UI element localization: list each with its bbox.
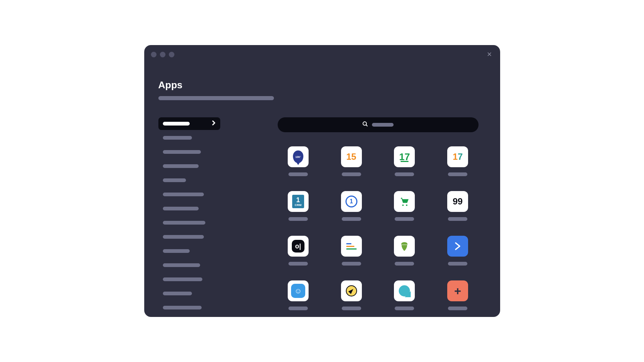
app-tile-aircall[interactable] (389, 280, 420, 310)
app-tile-activecampaign[interactable] (442, 236, 473, 266)
app-tile-compass[interactable] (336, 280, 367, 310)
main-row: 10K'1517171CRM199o|☺+ (158, 117, 479, 315)
close-button[interactable]: × (486, 49, 493, 60)
sidebar (158, 117, 278, 315)
1password-icon: 1 (341, 191, 362, 212)
svg-point-0 (363, 122, 366, 125)
sidebar-item-13[interactable] (158, 301, 220, 314)
search-placeholder (372, 123, 394, 127)
sidebar-item-5[interactable] (158, 188, 220, 201)
search-icon (362, 121, 368, 128)
traffic-min[interactable] (160, 52, 165, 57)
sidebar-item-label (163, 292, 192, 295)
addthis-icon: + (447, 280, 468, 301)
15five-icon: 15 (341, 146, 362, 167)
compass-icon (341, 280, 362, 301)
app-tile-addthis[interactable]: + (442, 280, 473, 310)
sidebar-item-0[interactable] (158, 117, 220, 130)
sidebar-item-label (163, 277, 202, 281)
sidebar-item-label (163, 263, 200, 267)
acorn-icon (394, 236, 415, 257)
sidebar-item-8[interactable] (158, 231, 220, 243)
app-label (448, 217, 467, 221)
sidebar-item-11[interactable] (158, 273, 220, 286)
titlebar: × (144, 45, 500, 64)
sidebar-item-9[interactable] (158, 245, 220, 257)
app-tile-1password[interactable]: 1 (336, 191, 367, 221)
17hats-green-icon: 17 (394, 146, 415, 167)
sidebar-item-label (163, 221, 205, 225)
face-icon: ☺ (288, 280, 309, 301)
app-label (395, 172, 414, 176)
chevron-right-icon (212, 120, 216, 127)
traffic-max[interactable] (169, 52, 174, 57)
content: Apps 10K'1517171CRM199o|☺+ (144, 64, 500, 315)
search-bar[interactable] (278, 117, 479, 132)
app-tile-15five[interactable]: 15 (336, 146, 367, 176)
app-tile-lines[interactable] (336, 236, 367, 266)
app-label (288, 307, 308, 310)
sidebar-item-label (163, 249, 190, 253)
app-tile-10kft[interactable]: 10K' (283, 146, 314, 176)
svg-point-2 (402, 204, 404, 206)
sidebar-item-12[interactable] (158, 287, 220, 300)
app-tile-99designs[interactable]: 99 (442, 191, 473, 221)
app-label (342, 307, 361, 310)
app-grid: 10K'1517171CRM199o|☺+ (278, 146, 479, 310)
app-label (288, 172, 308, 176)
app-label (395, 262, 414, 266)
app-label (342, 217, 361, 221)
app-tile-face[interactable]: ☺ (283, 280, 314, 310)
sidebar-item-label (163, 207, 199, 210)
right-pane: 10K'1517171CRM199o|☺+ (278, 117, 479, 315)
app-label (288, 217, 308, 221)
10kft-icon: 10K' (288, 146, 309, 167)
sidebar-item-label (163, 122, 190, 126)
svg-line-1 (366, 125, 367, 126)
svg-point-3 (406, 204, 408, 206)
app-tile-abstract[interactable]: o| (283, 236, 314, 266)
sidebar-item-2[interactable] (158, 146, 220, 158)
sidebar-item-7[interactable] (158, 216, 220, 229)
app-window: × Apps 10K'1517171CRM199o|☺+ (144, 45, 500, 317)
sidebar-item-label (163, 164, 199, 168)
sidebar-item-6[interactable] (158, 202, 220, 215)
app-label (448, 307, 467, 310)
app-label (342, 172, 361, 176)
page-subtitle-placeholder (158, 96, 274, 100)
1crm-icon: 1CRM (288, 191, 309, 212)
traffic-close[interactable] (151, 52, 157, 57)
99designs-icon: 99 (447, 191, 468, 212)
sidebar-item-label (163, 136, 192, 140)
sidebar-item-label (163, 235, 204, 239)
app-label (395, 217, 414, 221)
sidebar-item-label (163, 306, 202, 309)
app-label (448, 172, 467, 176)
app-tile-17hats-orange[interactable]: 17 (442, 146, 473, 176)
app-tile-1crm[interactable]: 1CRM (283, 191, 314, 221)
app-tile-shopping-cart[interactable] (389, 191, 420, 221)
traffic-lights (151, 52, 174, 57)
sidebar-item-3[interactable] (158, 160, 220, 172)
aircall-icon (394, 280, 415, 301)
app-tile-17hats-green[interactable]: 17 (389, 146, 420, 176)
page-title: Apps (158, 79, 479, 91)
app-label (395, 307, 414, 310)
sidebar-item-4[interactable] (158, 174, 220, 187)
abstract-icon: o| (288, 236, 309, 257)
app-label (342, 262, 361, 266)
app-tile-acorn[interactable] (389, 236, 420, 266)
sidebar-item-label (163, 178, 186, 182)
lines-icon (341, 236, 362, 257)
17hats-orange-icon: 17 (447, 146, 468, 167)
shopping-cart-icon (394, 191, 415, 212)
app-label (288, 262, 308, 266)
app-label (448, 262, 467, 266)
sidebar-item-label (163, 193, 204, 196)
activecampaign-icon (447, 236, 468, 257)
sidebar-item-1[interactable] (158, 131, 220, 144)
sidebar-item-10[interactable] (158, 259, 220, 272)
sidebar-item-label (163, 150, 201, 154)
